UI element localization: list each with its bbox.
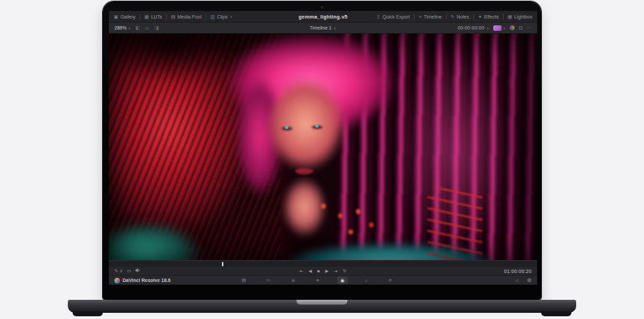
expand-icon[interactable]: ⊡ xyxy=(519,25,523,31)
chevron-down-icon: ∨ xyxy=(230,14,232,19)
play-reverse-button[interactable]: ◀ xyxy=(309,269,312,273)
jump-to-end-button[interactable]: ⇥ xyxy=(334,269,337,273)
chevron-down-icon: ∨ xyxy=(128,26,131,30)
color-wheel-icon: ◉ xyxy=(340,278,345,283)
macbook-base xyxy=(68,300,576,313)
bypass-grade-icon[interactable]: ▭ xyxy=(145,25,150,31)
settings-gear-icon[interactable]: ⚙ xyxy=(527,278,532,283)
viewer-image xyxy=(109,34,537,260)
effects-label: Effects xyxy=(484,14,499,19)
lightbox-label: Lightbox xyxy=(515,14,532,19)
notes-icon: ✎ xyxy=(451,14,455,19)
play-button[interactable]: ▶ xyxy=(325,269,329,273)
page-cut[interactable]: ✂ xyxy=(263,276,274,284)
media-pool-button[interactable]: ▤ Media Pool xyxy=(171,14,201,19)
divider xyxy=(166,14,166,20)
transport-bar: ✎ ∨ ▭ ⇤ ◀ ■ ▶ ⇥ ↻ 01:00:00:20 xyxy=(109,267,537,275)
export-icon: ↥ xyxy=(376,14,380,19)
divider xyxy=(446,14,447,20)
loop-button[interactable]: ↻ xyxy=(343,269,346,273)
lid-lift-notch xyxy=(297,300,347,305)
page-media[interactable]: ▤ xyxy=(238,276,249,284)
lightbox-button[interactable]: ▦ Lightbox xyxy=(508,14,532,19)
media-pool-icon: ▤ xyxy=(171,14,175,19)
project-home-icon[interactable]: ⌂ xyxy=(516,278,519,283)
timeline-selector[interactable]: Timeline 1 xyxy=(310,25,332,30)
clips-label: Clips xyxy=(217,14,228,19)
stop-button[interactable]: ■ xyxy=(317,269,320,273)
notes-label: Notes xyxy=(456,14,469,19)
gallery-icon: ▣ xyxy=(114,14,119,19)
timeline-label: Timeline xyxy=(423,14,441,19)
laptop-foot xyxy=(73,311,103,316)
timeline-icon: ≡ xyxy=(419,14,421,19)
page-fairlight[interactable]: ♪ xyxy=(362,276,371,284)
page-color-active[interactable]: ◉ xyxy=(337,276,348,284)
more-options-icon[interactable]: ⋯ xyxy=(527,25,532,31)
timeline-button[interactable]: ≡ Timeline xyxy=(419,14,441,19)
page-navigation-bar: DaVinci Resolve 18.6 ▤ ✂ ≣ ✦ ◉ ♪ ➔ ⌂ ⚙ xyxy=(109,275,537,285)
gallery-button[interactable]: ▣ Gallery xyxy=(114,14,136,19)
gallery-label: Gallery xyxy=(121,14,136,19)
photo-blob xyxy=(109,34,537,260)
playhead-marker[interactable] xyxy=(222,262,223,266)
viewer-zoom-select[interactable]: 289% xyxy=(114,25,127,30)
divider xyxy=(473,14,474,20)
media-pool-label: Media Pool xyxy=(177,14,201,19)
annotation-pen-icon[interactable]: ✎ xyxy=(114,269,118,274)
clips-icon: ▥ xyxy=(210,14,215,19)
deliver-icon: ➔ xyxy=(387,277,393,283)
davinci-resolve-logo-icon xyxy=(114,278,120,283)
viewer-toolbar: 289% ∨ ◧ ▭ ◨ Timeline 1 ∨ 00:00:00:00 ∨ … xyxy=(109,23,537,34)
jump-to-start-button[interactable]: ⇤ xyxy=(300,269,304,273)
timeline-scrubber[interactable] xyxy=(109,260,537,267)
divider xyxy=(503,14,504,20)
page-edit[interactable]: ≣ xyxy=(288,276,299,284)
effects-icon: ✦ xyxy=(478,14,482,19)
lightbox-icon: ▦ xyxy=(508,14,512,19)
divider xyxy=(206,14,206,20)
audio-mute-icon[interactable] xyxy=(135,268,140,274)
split-screen-icon[interactable]: ◨ xyxy=(154,25,159,31)
davinci-resolve-window: ▣ Gallery ▦ LUTs ▤ Media Pool ▥ Clips ∨ … xyxy=(109,11,537,285)
luts-button[interactable]: ▦ LUTs xyxy=(145,14,162,19)
wipe-mode-icon[interactable]: ◧ xyxy=(136,25,140,31)
laptop-foot xyxy=(541,311,571,316)
color-viewer-icon[interactable] xyxy=(510,25,515,30)
app-version-label: DaVinci Resolve 18.6 xyxy=(123,278,171,283)
quick-export-button[interactable]: ↥ Quick Export xyxy=(376,14,410,19)
divider xyxy=(140,14,140,20)
stills-highlight-icon[interactable] xyxy=(493,25,501,31)
divider xyxy=(414,14,414,20)
page-deliver[interactable]: ➔ xyxy=(384,276,395,284)
luts-label: LUTs xyxy=(151,14,162,19)
source-timecode: 00:00:00:00 xyxy=(458,25,484,30)
clips-button[interactable]: ▥ Clips ∨ xyxy=(210,14,232,19)
luts-icon: ▦ xyxy=(145,14,149,19)
apple-marketing-scene: ▣ Gallery ▦ LUTs ▤ Media Pool ▥ Clips ∨ … xyxy=(0,0,644,319)
quick-export-label: Quick Export xyxy=(382,14,410,19)
effects-button[interactable]: ✦ Effects xyxy=(478,14,499,19)
notes-button[interactable]: ✎ Notes xyxy=(451,14,469,19)
top-toolbar: ▣ Gallery ▦ LUTs ▤ Media Pool ▥ Clips ∨ … xyxy=(109,11,537,23)
compare-icon[interactable]: ▭ xyxy=(127,269,131,274)
chevron-down-icon: ∨ xyxy=(119,269,123,274)
page-fusion[interactable]: ✦ xyxy=(312,276,323,284)
webcam-icon xyxy=(321,6,323,9)
record-timecode: 01:00:00:20 xyxy=(504,269,532,274)
chevron-down-icon: ∨ xyxy=(503,26,506,30)
project-title: gemma_lighting.v5 xyxy=(299,14,347,20)
chevron-down-icon: ∨ xyxy=(334,26,336,30)
chevron-down-icon: ∨ xyxy=(486,26,489,30)
